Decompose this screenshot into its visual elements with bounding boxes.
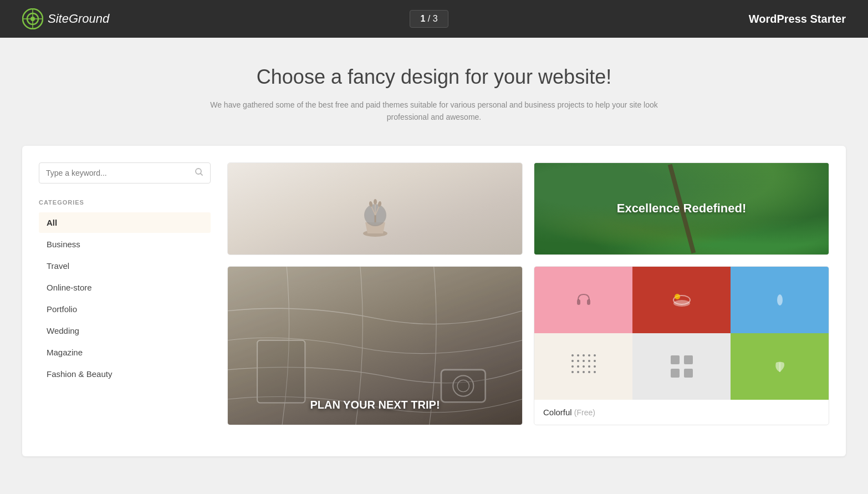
theme-footer-twenty-seventeen: Twenty Seventeen (Free) DEFAULT xyxy=(228,254,522,255)
colorful-cell-4 xyxy=(534,333,632,400)
svg-point-47 xyxy=(588,371,590,373)
svg-point-31 xyxy=(583,354,585,357)
svg-point-45 xyxy=(577,371,579,373)
leaf-icon xyxy=(772,358,788,375)
pagination-total: 3 xyxy=(433,14,438,23)
hero-subtext: We have gathered some of the best free a… xyxy=(207,99,661,124)
svg-point-29 xyxy=(571,354,574,357)
svg-line-6 xyxy=(201,173,203,175)
page-content: Choose a fancy design for your website! … xyxy=(0,38,868,478)
svg-point-28 xyxy=(777,294,783,305)
sidebar-item-magazine[interactable]: Magazine xyxy=(39,342,211,363)
theme-footer-colorful: Colorful (Free) xyxy=(534,400,829,425)
theme-thumbnail-twenty-seventeen xyxy=(228,163,522,254)
sidebar-item-business[interactable]: Business xyxy=(39,234,211,254)
svg-point-34 xyxy=(571,360,574,362)
svg-point-21 xyxy=(457,380,469,391)
svg-point-39 xyxy=(571,365,574,368)
svg-point-46 xyxy=(583,371,585,373)
theme-footer-travel: Travel (Free) xyxy=(228,425,522,425)
svg-point-41 xyxy=(583,365,585,368)
app-title: WordPress Starter xyxy=(749,13,846,26)
svg-point-32 xyxy=(588,354,590,357)
svg-rect-22 xyxy=(257,340,305,403)
pagination-current: 1 xyxy=(420,14,425,23)
svg-point-40 xyxy=(577,365,579,368)
sidebar-item-online-store[interactable]: Online-store xyxy=(39,277,211,298)
siteground-logo-icon xyxy=(22,8,43,29)
search-input[interactable] xyxy=(46,169,195,177)
theme-card-twenty-seventeen: Twenty Seventeen (Free) DEFAULT xyxy=(227,162,523,255)
hero-heading: Choose a fancy design for your website! xyxy=(22,65,846,89)
sidebar-item-portfolio[interactable]: Portfolio xyxy=(39,299,211,319)
hero-section: Choose a fancy design for your website! … xyxy=(22,65,846,124)
logo: SiteGround xyxy=(22,8,109,29)
svg-point-27 xyxy=(675,294,680,299)
travel-overlay-text: PLAN YOUR NEXT TRIP! xyxy=(310,399,440,411)
theme-name-colorful: Colorful (Free) xyxy=(543,408,595,417)
theme-thumbnail-colorful xyxy=(534,267,829,400)
colorful-cell-6 xyxy=(731,333,829,400)
main-card: CATEGORIES All Business Travel Online-st… xyxy=(22,146,846,456)
svg-point-38 xyxy=(594,360,596,362)
svg-rect-49 xyxy=(671,355,680,364)
dots-pattern xyxy=(567,350,600,383)
bowl-icon xyxy=(672,292,691,308)
grid-icon xyxy=(668,353,696,380)
svg-point-44 xyxy=(571,371,574,373)
theme-thumbnail-travel: PLAN YOUR NEXT TRIP! xyxy=(228,267,522,425)
theme-card-travel: PLAN YOUR NEXT TRIP! Travel (Free) xyxy=(227,266,523,425)
themes-grid: Twenty Seventeen (Free) DEFAULT Excellen… xyxy=(227,162,829,440)
sidebar: CATEGORIES All Business Travel Online-st… xyxy=(39,162,211,440)
headphones-icon xyxy=(575,292,592,308)
sidebar-item-travel[interactable]: Travel xyxy=(39,256,211,276)
sidebar-item-fashion-beauty[interactable]: Fashion & Beauty xyxy=(39,364,211,384)
svg-point-30 xyxy=(577,354,579,357)
svg-point-35 xyxy=(577,360,579,362)
theme-card-colorful: Colorful (Free) xyxy=(534,266,829,425)
colorful-cell-2 xyxy=(632,267,731,333)
theme-thumbnail-the-drone: Excellence Redefined! xyxy=(534,163,829,254)
search-icon xyxy=(195,167,203,179)
pagination: 1 / 3 xyxy=(410,10,448,28)
svg-point-36 xyxy=(583,360,585,362)
svg-point-37 xyxy=(588,360,590,362)
categories-label: CATEGORIES xyxy=(39,199,211,206)
colorful-cell-5 xyxy=(632,333,731,400)
pill-icon xyxy=(773,293,787,307)
svg-point-43 xyxy=(594,365,596,368)
svg-rect-52 xyxy=(684,369,693,378)
svg-point-17 xyxy=(374,199,377,205)
theme-footer-the-drone: The Drone (Free) SELECT xyxy=(534,254,829,255)
theme-card-the-drone: Excellence Redefined! The Drone (Free) S… xyxy=(534,162,829,255)
sidebar-item-all[interactable]: All xyxy=(39,212,211,233)
sidebar-item-wedding[interactable]: Wedding xyxy=(39,320,211,341)
svg-rect-51 xyxy=(671,369,680,378)
svg-point-42 xyxy=(588,365,590,368)
svg-point-48 xyxy=(594,371,596,373)
plant-svg xyxy=(348,175,403,242)
logo-text: SiteGround xyxy=(48,12,109,26)
svg-rect-23 xyxy=(577,299,580,305)
svg-rect-50 xyxy=(684,355,693,364)
header: SiteGround 1 / 3 WordPress Starter xyxy=(0,0,868,38)
theme-price-colorful: (Free) xyxy=(574,408,595,417)
search-box[interactable] xyxy=(39,162,211,184)
svg-rect-24 xyxy=(587,299,590,305)
svg-point-33 xyxy=(594,354,596,357)
colorful-cell-1 xyxy=(534,267,632,333)
pagination-separator: / xyxy=(425,14,432,23)
colorful-cell-3 xyxy=(731,267,829,333)
